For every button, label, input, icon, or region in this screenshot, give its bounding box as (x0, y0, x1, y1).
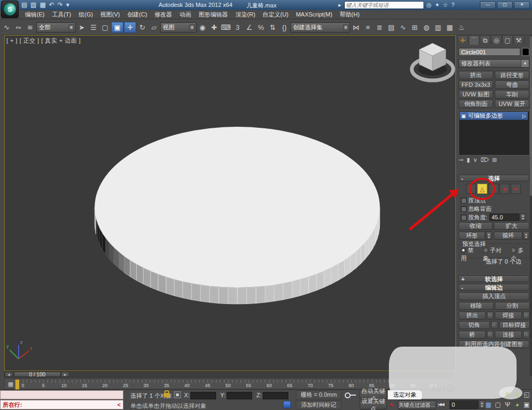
rendered-frame-icon[interactable]: ▦ (444, 22, 455, 33)
maximize-button[interactable]: ▢ (497, 1, 513, 9)
loop-button[interactable]: 循环 (494, 232, 522, 240)
show-end-result-icon[interactable]: ▮ (467, 157, 470, 163)
pan-hand-icon[interactable]: Ψ (503, 400, 512, 409)
modifier-list-dropdown[interactable]: 修改器列表 ▼ (459, 59, 529, 68)
zoom-extents-all-icon[interactable]: ⊛ (513, 390, 521, 399)
maximize-viewport-icon[interactable]: ▣ (522, 400, 531, 409)
frame-0-marker[interactable] (15, 379, 20, 390)
layer-manager-icon[interactable]: ≣ (374, 22, 385, 33)
modifier-button[interactable]: 倒角剖面 (459, 100, 493, 108)
zoom-extents-selected-icon[interactable]: ⊕ (503, 390, 512, 399)
shrink-button[interactable]: 收缩 (459, 222, 493, 230)
selection-filter-dropdown[interactable]: 全部 (36, 22, 76, 32)
mirror-icon[interactable]: ⋈ (351, 22, 362, 33)
viewport-label[interactable]: [ + ] [ 正交 ] [ 真实 + 边面 ] (6, 37, 81, 45)
select-by-name-icon[interactable]: ☰ (88, 22, 99, 33)
menu-item[interactable]: 修改器 (151, 10, 176, 19)
graphite-ribbon-icon[interactable]: ▤ (386, 22, 397, 33)
tab-hierarchy[interactable]: ⧉ (480, 35, 491, 45)
save-file-icon[interactable]: ▦ (40, 1, 46, 9)
angle-spinner[interactable] (520, 214, 526, 221)
add-time-tag[interactable]: 添加时间标记 (296, 400, 342, 409)
subobject-vertex-button[interactable]: ∴ (466, 184, 476, 194)
help-icon[interactable]: ? (451, 2, 454, 9)
go-to-start-button[interactable]: |◀◀ (438, 402, 444, 407)
modifier-button[interactable]: 路径变形 (495, 71, 529, 79)
minimize-button[interactable]: — (480, 1, 496, 9)
panel-scrollbar[interactable] (530, 35, 532, 376)
orbit-icon[interactable]: ◕ (513, 400, 521, 409)
schematic-view-icon[interactable]: ⊞ (409, 22, 420, 33)
modifier-button[interactable]: FFD 3x3x3 (459, 80, 493, 89)
rollout-edit-edges-header[interactable]: - 编辑边 (459, 284, 529, 291)
modifier-button[interactable]: UVW 贴图 (459, 90, 493, 99)
menu-item[interactable]: 动画 (176, 10, 195, 19)
menu-item[interactable]: 渲染(R) (232, 10, 259, 19)
open-file-icon[interactable]: ▧ (30, 1, 36, 9)
y-coordinate-field[interactable] (227, 392, 252, 399)
modifier-button[interactable]: 挤出 (459, 71, 493, 79)
menu-item[interactable]: 组(G) (75, 10, 97, 19)
连接-button[interactable]: 连接 (495, 331, 522, 339)
current-frame-field[interactable]: 0 (450, 400, 478, 409)
use-pivot-center-icon[interactable]: ◉ (197, 22, 208, 33)
default-tangent-icon[interactable]: ∿ (388, 401, 396, 408)
select-and-link-icon[interactable]: ∿ (1, 22, 12, 33)
insert-vertex-button[interactable]: 插入顶点 (459, 292, 529, 300)
挤出-settings-icon[interactable] (487, 311, 494, 319)
loop-spinner[interactable] (523, 232, 529, 240)
undo-icon[interactable]: ↶ (49, 1, 54, 9)
menu-item[interactable]: 帮助(H) (336, 10, 363, 19)
set-key-button[interactable]: 设置关键点 (360, 400, 387, 409)
angle-snap-icon[interactable]: ∠ (244, 22, 255, 33)
subobject-edge-button[interactable]: △ (477, 184, 487, 194)
snap-toggle-3d-icon[interactable]: 3 (232, 22, 243, 33)
favorites-star-icon[interactable]: ☆ (443, 2, 448, 9)
x-coordinate-field[interactable] (190, 392, 216, 399)
reference-coordinate-dropdown[interactable]: 视图 (160, 22, 196, 32)
percent-snap-icon[interactable]: % (255, 22, 267, 33)
search-expand-icon[interactable]: ▸ (338, 2, 342, 9)
unlink-selection-icon[interactable]: ∾ (13, 22, 24, 33)
redo-icon[interactable]: ↷ (57, 1, 63, 9)
maxscript-listener-line[interactable]: 所在行: < (0, 400, 123, 409)
search-icon[interactable]: ◎ (427, 2, 432, 9)
rollout-selection-header[interactable]: - 选择 (459, 175, 529, 182)
track-bar[interactable]: ▦ 05101520253035404550556065707580859095… (4, 379, 455, 389)
by-vertex-checkbox[interactable] (461, 198, 467, 203)
stack-item-visibility-icon[interactable]: ▷ (522, 113, 526, 119)
z-coordinate-field[interactable] (263, 392, 288, 399)
key-filter-target-dropdown[interactable]: 选定对象 (388, 390, 422, 399)
tab-display[interactable]: ▢ (502, 35, 513, 45)
menu-item[interactable]: MAXScript(M) (292, 11, 336, 18)
selection-lock-icon[interactable] (164, 393, 169, 397)
select-and-scale-icon[interactable]: ▱ (148, 22, 160, 33)
subobject-polygon-button[interactable]: ■ (500, 184, 510, 194)
tab-create[interactable]: ✛ (458, 35, 468, 45)
object-color-swatch[interactable] (522, 48, 529, 56)
make-unique-icon[interactable]: ∨ (473, 157, 477, 163)
modifier-stack[interactable]: ▣ 可编辑多边形 ▷ (459, 111, 530, 155)
分割-button[interactable]: 分割 (495, 302, 530, 310)
spinner-snap-icon[interactable]: ⇅ (267, 22, 278, 33)
search-input[interactable] (344, 1, 424, 9)
目标焊接-button[interactable]: 目标焊接 (499, 321, 530, 329)
menu-item[interactable]: 图形编辑器 (195, 10, 232, 19)
rectangular-selection-region-icon[interactable]: ▢ (99, 22, 111, 33)
render-setup-icon[interactable]: ▥ (433, 22, 444, 33)
by-angle-checkbox[interactable] (461, 215, 467, 220)
ring-button[interactable]: 环形 (459, 232, 485, 240)
angle-value-field[interactable]: 45.0 (489, 214, 519, 221)
subobject-element-button[interactable]: ❖ (511, 184, 521, 194)
time-slider-handle[interactable]: 0 / 100 (14, 372, 61, 377)
切角-settings-icon[interactable] (491, 321, 498, 329)
named-selection-sets-dropdown[interactable]: 创建选择集 (290, 22, 350, 32)
pin-stack-icon[interactable]: ⊸ (459, 157, 463, 163)
communication-center-icon[interactable]: ✦ (435, 2, 439, 9)
menu-item[interactable]: 视图(V) (97, 10, 124, 19)
移除-button[interactable]: 移除 (459, 302, 494, 310)
modifier-button[interactable]: UVW 展开 (495, 100, 529, 108)
material-editor-icon[interactable]: ◍ (421, 22, 432, 33)
subobject-border-button[interactable]: ◇ (488, 184, 498, 194)
ignore-backfacing-checkbox[interactable] (461, 206, 467, 212)
